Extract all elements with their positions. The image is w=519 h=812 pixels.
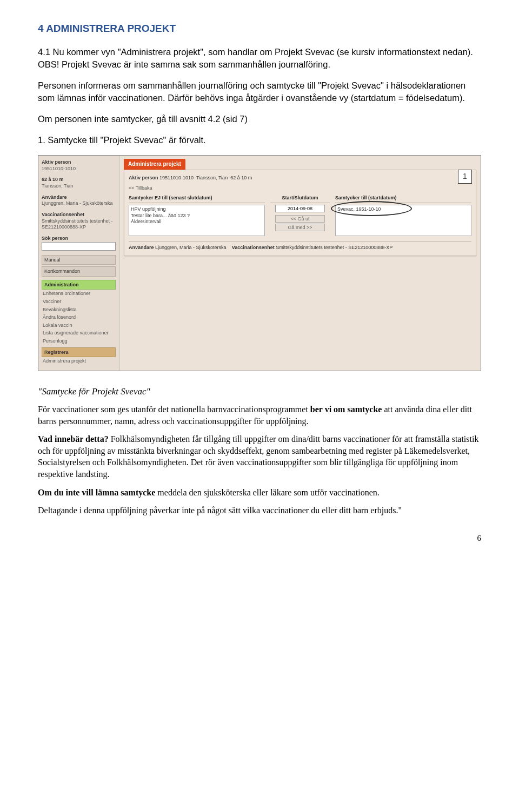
admin-item[interactable]: Vacciner [42,298,116,306]
q2a: Vad innebär detta? [38,434,109,444]
col1-header: Samtycker EJ till (senast slutdatum) [129,194,265,203]
admin-item[interactable]: Enhetens ordinationer [42,290,116,298]
admin-header[interactable]: Administration [42,280,116,290]
toprow-age: 62 å 10 m [230,175,252,180]
section-heading: 4 ADMINISTRERA PROJEKT [38,22,481,36]
q3a: Om du inte vill lämna samtycke [38,488,155,497]
sidebar-search: Sök person [42,235,116,251]
quote-heading: "Samtycke för Projekt Svevac" [38,385,481,398]
paragraph-1: 4.1 Nu kommer vyn "Administrera projekt"… [38,46,481,71]
quote-p3: Om du inte vill lämna samtycke meddela d… [38,487,481,499]
footer-vaccunit-label: Vaccinationsenhet [232,245,275,250]
app-screenshot: Aktiv person 19511010-1010 62 å 10 m Tia… [38,155,481,371]
active-person-label: Aktiv person [42,159,116,166]
sidebar-vaccunit: Vaccinationsenhet Smittskyddsinstitutets… [42,211,116,231]
active-person-value: 19511010-1010 [42,166,116,172]
main-panel: Aktiv person 19511010-1010 Tiansson, Tia… [124,170,476,256]
sidebar-age-name: 62 å 10 m Tiansson, Tian [42,176,116,189]
q1a: För vaccinationer som ges utanför det na… [38,405,310,414]
admin-item[interactable]: Bevakningslista [42,306,116,314]
sidebar-user: Användare Ljunggren, Maria - Sjuksköters… [42,194,116,207]
manual-link[interactable]: Manual [42,255,116,265]
admin-item[interactable]: Lokala vaccin [42,321,116,330]
panel-footer: Användare Ljunggren, Maria - Sjuksköters… [129,241,471,251]
q1b: ber vi om samtycke [310,405,382,414]
footer-user-value: Ljunggren, Maria - Sjuksköterska [155,245,227,250]
consenting-list[interactable]: Svevac, 1951-10-10 [335,205,471,236]
col3-header: Samtycker till (startdatum) [335,194,471,203]
quote-p4: Deltagande i denna uppföljning påverkar … [38,505,481,516]
col2-header: Start/Slutdatum [270,194,330,203]
vaccunit-label: Vaccinationsenhet [42,211,116,218]
admin-item[interactable]: Ändra lösenord [42,313,116,321]
main-pane: Administrera projekt Aktiv person 195110… [119,156,481,371]
sidebar-active-person: Aktiv person 19511010-1010 [42,159,116,172]
search-label: Sök person [42,235,116,242]
footer-user-label: Användare [129,245,154,250]
col-consenting: Samtycker till (startdatum) Svevac, 1951… [335,194,471,236]
date-input[interactable] [275,205,325,212]
toprow-id: 19511010-1010 [159,175,194,180]
paragraph-4: 1. Samtycke till "Projekt Svevac" är för… [38,134,481,146]
page-number: 6 [38,533,481,544]
administrera-projekt-link[interactable]: Administrera projekt [42,357,116,365]
registrera-header[interactable]: Registrera [42,347,116,358]
back-link[interactable]: << Tillbaka [129,185,471,192]
go-out-button[interactable]: << Gå ut [275,215,325,223]
user-value: Ljunggren, Maria - Sjuksköterska [42,200,116,207]
age-label: 62 å 10 m [42,176,116,183]
active-tab[interactable]: Administrera projekt [124,159,185,170]
col-not-consenting: Samtycker EJ till (senast slutdatum) HPV… [129,194,265,236]
columns: Samtycker EJ till (senast slutdatum) HPV… [129,194,471,236]
admin-item[interactable]: Personlogg [42,337,116,345]
shortcuts-link[interactable]: Kortkommandon [42,266,116,277]
sidebar: Aktiv person 19511010-1010 62 å 10 m Tia… [38,156,119,371]
quote-p2: Vad innebär detta? Folkhälsomyndigheten … [38,433,481,480]
go-in-button[interactable]: Gå med >> [275,224,325,231]
q3b: meddela den sjuksköterska eller läkare s… [155,488,380,497]
paragraph-2: Personen informeras om sammanhållen jour… [38,79,481,104]
person-name: Tiansson, Tian [42,183,116,190]
paragraph-3: Om personen inte samtycker, gå till avsn… [38,113,481,125]
footer-vaccunit-value: Smittskyddsinstitutets testenhet - SE212… [276,245,392,250]
col-date-actions: Start/Slutdatum << Gå ut Gå med >> [270,194,330,232]
panel-top-row: Aktiv person 19511010-1010 Tiansson, Tia… [129,175,471,182]
quoted-text: För vaccinationer som ges utanför det na… [38,404,481,516]
search-input[interactable] [42,242,116,251]
toprow-name: Tiansson, Tian [196,175,228,180]
not-consenting-list[interactable]: HPV uppföljning Testar lite bara... åäö … [129,205,265,236]
toprow-prefix: Aktiv person [129,175,158,180]
admin-item[interactable]: Lista osignerade vaccinationer [42,329,116,337]
user-label: Användare [42,194,116,201]
vaccunit-value: Smittskyddsinstitutets testenhet - SE212… [42,218,116,231]
quote-p1: För vaccinationer som ges utanför det na… [38,404,481,427]
callout-1: 1 [458,170,472,184]
